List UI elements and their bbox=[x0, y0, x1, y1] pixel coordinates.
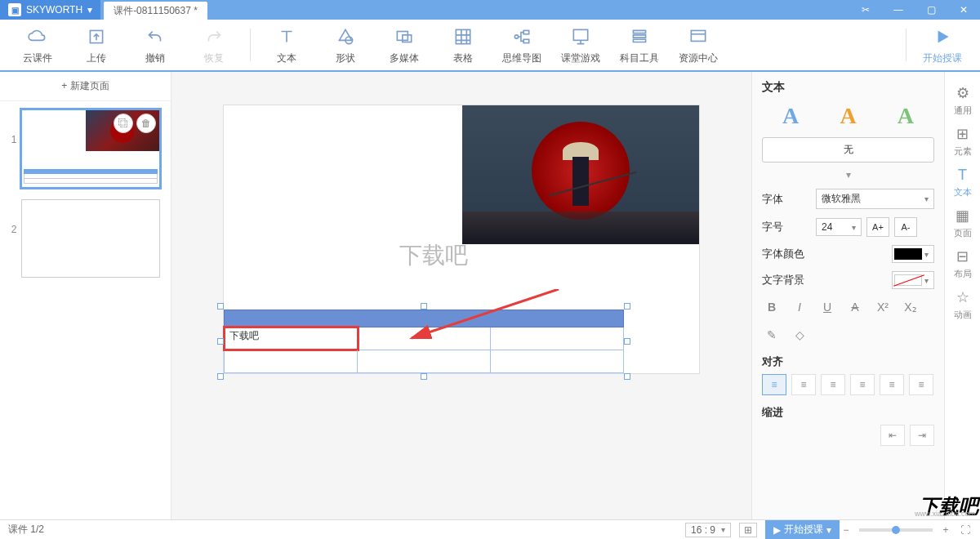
fit-button[interactable]: ⛶ bbox=[959, 523, 972, 537]
style-preset-blue[interactable]: A bbox=[782, 103, 799, 129]
page-icon: ▦ bbox=[956, 207, 969, 225]
tab-layout[interactable]: ⊟布局 bbox=[947, 243, 979, 284]
chevron-down-icon: ▾ bbox=[924, 276, 929, 285]
table-row[interactable]: 下载吧 bbox=[224, 327, 624, 350]
text-placeholder[interactable]: 下载吧 bbox=[399, 240, 468, 271]
font-select[interactable]: 微软雅黑▾ bbox=[816, 189, 934, 209]
thumb-row: 1 ⿻ 🗑 bbox=[7, 109, 164, 188]
text-icon bbox=[275, 25, 298, 48]
italic-button[interactable]: I bbox=[790, 297, 809, 317]
close-button[interactable]: ✕ bbox=[947, 0, 980, 20]
properties-panel: ▸ 文本 A A A 无 ▾ 字体 微软雅黑▾ 字号 24▾ A+ A- 字体颜… bbox=[751, 72, 944, 519]
table-cell[interactable] bbox=[225, 350, 358, 372]
start-class-button[interactable]: 开始授课 bbox=[913, 20, 972, 69]
game-button[interactable]: 课堂游戏 bbox=[551, 20, 610, 69]
table-cell[interactable] bbox=[491, 350, 623, 372]
svg-rect-7 bbox=[523, 39, 529, 42]
tab-page[interactable]: ▦页面 bbox=[947, 203, 979, 243]
slide-thumb-2[interactable] bbox=[21, 199, 160, 278]
play-button[interactable]: ▶开始授课▾ bbox=[765, 520, 840, 539]
strike-button[interactable]: A bbox=[845, 297, 865, 317]
table-cell[interactable] bbox=[358, 350, 491, 372]
align-right-button[interactable]: ≡ bbox=[821, 374, 845, 395]
cut-icon[interactable]: ✂ bbox=[849, 0, 882, 20]
table-cell[interactable] bbox=[358, 327, 491, 350]
style-preset-orange[interactable]: A bbox=[840, 103, 856, 129]
align-top-button[interactable]: ≡ bbox=[850, 374, 875, 395]
tab-text[interactable]: T文本 bbox=[947, 162, 979, 203]
subject-button[interactable]: 科目工具 bbox=[610, 20, 669, 69]
expand-handle-icon[interactable]: ▾ bbox=[762, 169, 934, 180]
thumb-number: 1 bbox=[7, 109, 21, 145]
zoom-in-button[interactable]: + bbox=[939, 523, 952, 537]
indent-decrease-button[interactable]: ⇤ bbox=[880, 425, 905, 446]
delete-slide-icon[interactable]: 🗑 bbox=[136, 114, 156, 133]
media-button[interactable]: 多媒体 bbox=[375, 20, 434, 69]
bold-button[interactable]: B bbox=[762, 297, 782, 317]
style-none-button[interactable]: 无 bbox=[762, 137, 934, 163]
table-cell-editing[interactable]: 下载吧 bbox=[225, 327, 358, 350]
undo-button[interactable]: 撤销 bbox=[126, 20, 185, 69]
indent-increase-button[interactable]: ⇥ bbox=[910, 425, 934, 446]
bg-color-picker[interactable]: ▾ bbox=[892, 271, 934, 289]
brand-label: SKYWORTH bbox=[26, 4, 82, 16]
thumb-number: 2 bbox=[7, 199, 21, 235]
font-bigger-button[interactable]: A+ bbox=[866, 217, 889, 237]
brand-menu[interactable]: ▣ SKYWORTH ▾ bbox=[0, 0, 100, 20]
table-cell[interactable] bbox=[491, 327, 623, 350]
shape-button[interactable]: 形状 bbox=[316, 20, 375, 69]
style-preset-green[interactable]: A bbox=[898, 103, 914, 129]
upload-button[interactable]: 上传 bbox=[67, 20, 126, 69]
maximize-button[interactable]: ▢ bbox=[915, 0, 947, 20]
text-button[interactable]: 文本 bbox=[257, 20, 316, 69]
font-color-picker[interactable]: ▾ bbox=[892, 245, 934, 263]
underline-button[interactable]: U bbox=[817, 297, 837, 317]
canvas-area[interactable]: 下载吧 下载吧 bbox=[172, 72, 751, 519]
play-icon: ▶ bbox=[773, 524, 781, 536]
align-left-button[interactable]: ≡ bbox=[762, 374, 786, 395]
zoom-slider[interactable] bbox=[859, 528, 933, 532]
thumbnails-list: 1 ⿻ 🗑 2 bbox=[0, 101, 171, 519]
zoom-out-button[interactable]: − bbox=[840, 523, 853, 537]
table-header-row[interactable] bbox=[224, 310, 624, 327]
titlebar: ▣ SKYWORTH ▾ 课件-0811150637 * ✂ — ▢ ✕ bbox=[0, 0, 980, 20]
mindmap-button[interactable]: 思维导图 bbox=[492, 20, 551, 69]
resource-button[interactable]: 资源中心 bbox=[669, 20, 728, 69]
subscript-button[interactable]: X₂ bbox=[901, 297, 920, 317]
align-bottom-button[interactable]: ≡ bbox=[909, 374, 933, 395]
align-center-button[interactable]: ≡ bbox=[791, 374, 816, 395]
new-page-button[interactable]: + 新建页面 bbox=[0, 72, 171, 101]
size-label: 字号 bbox=[762, 220, 811, 234]
eraser-button[interactable]: ◇ bbox=[790, 325, 809, 345]
font-smaller-button[interactable]: A- bbox=[894, 217, 917, 237]
size-select[interactable]: 24▾ bbox=[816, 218, 862, 236]
clear-format-button[interactable]: ✎ bbox=[762, 325, 782, 345]
aspect-ratio-select[interactable]: 16 : 9▾ bbox=[685, 523, 731, 537]
book-icon bbox=[628, 25, 651, 48]
tab-animation[interactable]: ☆动画 bbox=[947, 284, 979, 325]
table-row[interactable] bbox=[224, 350, 624, 373]
superscript-button[interactable]: X² bbox=[873, 297, 893, 317]
tab-general[interactable]: ⚙通用 bbox=[947, 80, 979, 121]
slides-panel: + 新建页面 1 ⿻ 🗑 2 bbox=[0, 72, 172, 519]
align-middle-button[interactable]: ≡ bbox=[880, 374, 904, 395]
layout-icon: ⊟ bbox=[956, 247, 969, 265]
media-icon bbox=[393, 25, 416, 48]
cloud-icon bbox=[26, 25, 49, 48]
star-icon: ☆ bbox=[956, 288, 969, 306]
align-label: 对齐 bbox=[762, 354, 934, 369]
grid-toggle-button[interactable]: ⊞ bbox=[739, 523, 757, 537]
cloud-button[interactable]: 云课件 bbox=[8, 20, 67, 69]
table-button[interactable]: 表格 bbox=[434, 20, 492, 69]
document-tab[interactable]: 课件-0811150637 * bbox=[104, 2, 207, 20]
hero-image[interactable] bbox=[462, 105, 699, 244]
canvas-table[interactable]: 下载吧 bbox=[224, 310, 624, 373]
minimize-button[interactable]: — bbox=[882, 0, 915, 20]
tab-element[interactable]: ⊞元素 bbox=[947, 121, 979, 162]
zoom-thumb[interactable] bbox=[892, 526, 900, 534]
chevron-down-icon: ▾ bbox=[924, 250, 929, 259]
duplicate-slide-icon[interactable]: ⿻ bbox=[114, 114, 133, 133]
indent-buttons: ⇤ ⇥ bbox=[762, 425, 934, 446]
slide-thumb-1[interactable]: ⿻ 🗑 bbox=[21, 109, 160, 188]
slide-canvas[interactable]: 下载吧 下载吧 bbox=[223, 105, 700, 374]
